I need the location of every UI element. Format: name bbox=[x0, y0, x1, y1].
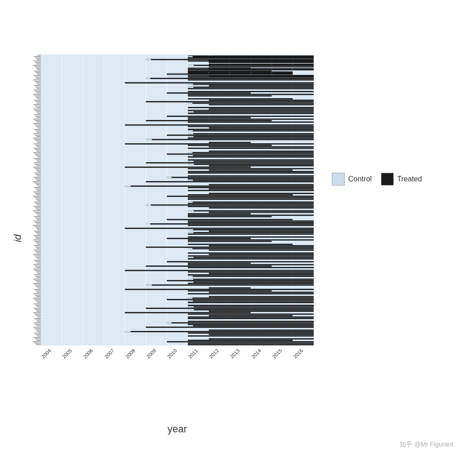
svg-rect-173 bbox=[209, 250, 314, 251]
svg-rect-228 bbox=[188, 325, 193, 326]
svg-rect-68 bbox=[188, 103, 314, 104]
svg-rect-150 bbox=[188, 216, 272, 217]
svg-rect-57 bbox=[209, 85, 314, 86]
svg-rect-54 bbox=[125, 82, 314, 84]
svg-rect-61 bbox=[188, 91, 314, 92]
svg-rect-189 bbox=[188, 276, 314, 277]
svg-rect-63 bbox=[188, 94, 314, 95]
svg-rect-219 bbox=[188, 314, 314, 315]
svg-rect-91 bbox=[188, 136, 314, 137]
svg-rect-79 bbox=[188, 119, 314, 120]
svg-rect-137 bbox=[188, 199, 314, 200]
svg-rect-67 bbox=[146, 101, 314, 102]
svg-rect-44 bbox=[209, 66, 314, 68]
svg-rect-153 bbox=[188, 222, 314, 223]
svg-rect-53 bbox=[188, 79, 314, 80]
svg-text:2010: 2010 bbox=[166, 348, 178, 360]
svg-rect-162 bbox=[188, 232, 193, 233]
svg-rect-58 bbox=[188, 86, 314, 88]
legend-control: Control bbox=[332, 173, 372, 185]
svg-rect-71 bbox=[188, 107, 314, 108]
control-label: Control bbox=[348, 175, 372, 183]
svg-rect-116 bbox=[188, 168, 314, 170]
svg-rect-112 bbox=[188, 164, 314, 165]
svg-rect-107 bbox=[188, 156, 314, 158]
svg-rect-82 bbox=[125, 125, 314, 126]
svg-rect-48 bbox=[167, 74, 293, 75]
x-axis-label: year bbox=[41, 423, 314, 435]
svg-rect-212 bbox=[188, 306, 314, 308]
svg-rect-174 bbox=[188, 252, 314, 254]
svg-rect-208 bbox=[188, 301, 314, 302]
svg-text:2005: 2005 bbox=[61, 348, 73, 360]
legend-treated: Treated bbox=[381, 173, 422, 185]
svg-rect-94 bbox=[146, 139, 314, 140]
svg-rect-122 bbox=[167, 177, 171, 178]
watermark: 知乎 @Mr Figurant bbox=[400, 441, 453, 449]
svg-rect-104 bbox=[167, 154, 314, 155]
svg-rect-96 bbox=[209, 142, 251, 143]
svg-rect-111 bbox=[146, 162, 314, 164]
svg-rect-167 bbox=[188, 241, 272, 242]
svg-rect-65 bbox=[188, 98, 293, 100]
svg-rect-136 bbox=[188, 197, 314, 199]
svg-text:2015: 2015 bbox=[271, 348, 283, 360]
svg-rect-49 bbox=[188, 75, 314, 76]
svg-rect-211 bbox=[188, 305, 314, 306]
svg-rect-114 bbox=[209, 165, 314, 166]
svg-rect-87 bbox=[188, 130, 193, 131]
legend: Control Treated bbox=[332, 173, 422, 185]
svg-rect-52 bbox=[146, 78, 150, 79]
svg-rect-206 bbox=[188, 297, 192, 299]
svg-rect-108 bbox=[188, 159, 314, 160]
svg-rect-237 bbox=[188, 340, 293, 341]
svg-rect-126 bbox=[146, 181, 314, 182]
svg-text:2014: 2014 bbox=[251, 348, 262, 360]
svg-rect-130 bbox=[188, 187, 314, 188]
svg-rect-115 bbox=[125, 166, 251, 168]
treated-swatch bbox=[381, 173, 394, 185]
svg-rect-88 bbox=[188, 133, 314, 135]
svg-text:2009: 2009 bbox=[145, 348, 157, 360]
svg-rect-226 bbox=[188, 324, 314, 325]
svg-rect-43 bbox=[188, 65, 194, 66]
svg-rect-172 bbox=[188, 248, 192, 250]
svg-rect-234 bbox=[209, 334, 314, 335]
treated-label: Treated bbox=[397, 175, 422, 183]
svg-rect-198 bbox=[146, 285, 152, 286]
svg-rect-164 bbox=[188, 236, 314, 238]
svg-rect-64 bbox=[188, 95, 272, 97]
svg-rect-166 bbox=[188, 239, 314, 241]
svg-rect-145 bbox=[188, 210, 314, 211]
svg-rect-90 bbox=[167, 135, 314, 136]
svg-rect-143 bbox=[188, 206, 314, 207]
svg-rect-222 bbox=[188, 318, 314, 319]
svg-rect-205 bbox=[188, 297, 314, 299]
svg-rect-213 bbox=[188, 306, 194, 308]
svg-rect-118 bbox=[188, 171, 314, 172]
svg-rect-47 bbox=[188, 70, 272, 72]
svg-rect-77 bbox=[167, 115, 314, 117]
svg-rect-236 bbox=[209, 338, 314, 340]
svg-rect-140 bbox=[188, 203, 314, 204]
svg-rect-81 bbox=[188, 121, 314, 123]
svg-rect-86 bbox=[188, 130, 314, 131]
svg-rect-41 bbox=[209, 62, 314, 63]
svg-rect-168 bbox=[188, 244, 293, 245]
svg-text:2008: 2008 bbox=[125, 348, 136, 360]
svg-rect-100 bbox=[188, 148, 314, 149]
svg-rect-144 bbox=[209, 207, 314, 209]
svg-rect-62 bbox=[167, 92, 251, 94]
svg-rect-78 bbox=[188, 117, 251, 119]
svg-rect-66 bbox=[209, 100, 314, 101]
svg-rect-159 bbox=[188, 229, 193, 230]
control-swatch bbox=[332, 173, 345, 185]
svg-rect-42 bbox=[188, 65, 314, 66]
svg-rect-193 bbox=[167, 280, 314, 281]
svg-rect-132 bbox=[188, 190, 314, 191]
svg-rect-149 bbox=[188, 215, 314, 216]
svg-rect-70 bbox=[209, 104, 314, 105]
svg-rect-192 bbox=[188, 279, 193, 280]
svg-rect-69 bbox=[188, 103, 192, 104]
svg-rect-142 bbox=[146, 205, 151, 206]
